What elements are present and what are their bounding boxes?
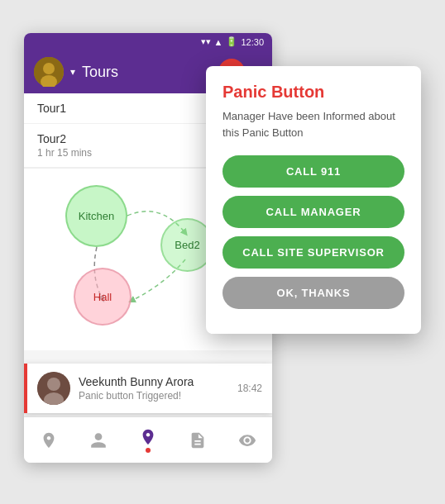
hall-node[interactable]: Hall xyxy=(74,268,132,326)
nav-location[interactable] xyxy=(40,431,58,449)
dialog-message: Manager Have been Informed about this Pa… xyxy=(223,108,404,140)
battery-icon: 🔋 xyxy=(226,36,237,47)
panic-dialog: Panic Button Manager Have been Informed … xyxy=(206,66,421,334)
header-left: ▾ Tours xyxy=(34,57,118,87)
nav-view[interactable] xyxy=(238,431,256,449)
notif-avatar xyxy=(37,372,70,405)
hall-label: Hall xyxy=(93,291,112,303)
wifi-icon: ▾▾ xyxy=(201,36,211,47)
call-manager-button[interactable]: CALL MANAGER xyxy=(223,196,404,228)
nav-list[interactable] xyxy=(189,431,207,449)
svg-point-1 xyxy=(43,63,55,74)
bottom-nav xyxy=(24,416,272,463)
notif-sub: Panic button Triggered! xyxy=(79,390,229,402)
dialog-title: Panic Button xyxy=(223,83,404,102)
notif-time: 18:42 xyxy=(237,383,262,394)
bed2-label: Bed2 xyxy=(175,239,199,251)
nav-profile[interactable] xyxy=(89,431,108,449)
phone-container: ▾▾ ▲ 🔋 12:30 ▾ Tours xyxy=(24,17,421,487)
avatar[interactable] xyxy=(34,57,64,87)
kitchen-node[interactable]: Kitchen xyxy=(65,185,127,247)
header-title: Tours xyxy=(82,64,118,81)
notification-bar: Veekunth Bunny Arora Panic button Trigge… xyxy=(24,364,272,413)
call-site-supervisor-button[interactable]: CALL SITE SUPERVISOR xyxy=(223,236,404,269)
call-911-button[interactable]: CALL 911 xyxy=(223,155,404,188)
status-bar: ▾▾ ▲ 🔋 12:30 xyxy=(24,33,272,50)
notif-name: Veekunth Bunny Arora xyxy=(79,375,229,388)
notif-info: Veekunth Bunny Arora Panic button Trigge… xyxy=(79,375,229,402)
active-dot xyxy=(146,448,151,453)
nav-route[interactable] xyxy=(139,428,157,453)
chevron-down-icon[interactable]: ▾ xyxy=(70,66,75,78)
signal-icon: ▲ xyxy=(214,37,223,47)
svg-point-4 xyxy=(47,378,60,391)
ok-thanks-button[interactable]: OK, THANKS xyxy=(223,277,404,309)
kitchen-label: Kitchen xyxy=(79,210,114,222)
clock: 12:30 xyxy=(241,37,264,47)
